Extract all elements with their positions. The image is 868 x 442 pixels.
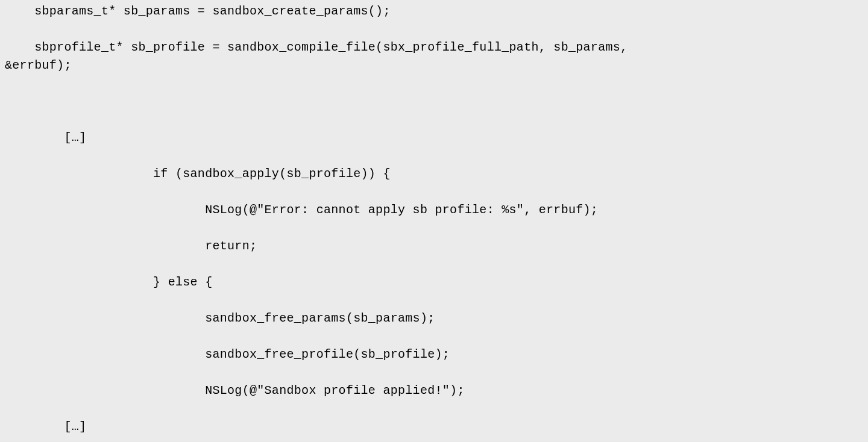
code-line: sandbox_free_params(sb_params); bbox=[5, 310, 863, 328]
code-line bbox=[5, 75, 863, 93]
code-line bbox=[5, 328, 863, 346]
code-line: if (sandbox_apply(sb_profile)) { bbox=[5, 165, 863, 183]
code-line bbox=[5, 219, 863, 237]
code-line: sbprofile_t* sb_profile = sandbox_compil… bbox=[5, 39, 863, 57]
code-line: } else { bbox=[5, 273, 863, 291]
code-line bbox=[5, 111, 863, 129]
code-line bbox=[5, 400, 863, 418]
code-line: NSLog(@"Error: cannot apply sb profile: … bbox=[5, 201, 863, 219]
code-line bbox=[5, 291, 863, 310]
code-line: […] bbox=[5, 129, 863, 147]
code-line: sbparams_t* sb_params = sandbox_create_p… bbox=[5, 2, 863, 20]
code-line bbox=[5, 93, 863, 111]
code-line bbox=[5, 20, 863, 39]
code-line: &errbuf); bbox=[5, 57, 863, 75]
code-line bbox=[5, 255, 863, 273]
code-line bbox=[5, 364, 863, 382]
code-line: sandbox_free_profile(sb_profile); bbox=[5, 346, 863, 364]
code-line bbox=[5, 183, 863, 201]
code-line: […] bbox=[5, 418, 863, 436]
code-snippet: sbparams_t* sb_params = sandbox_create_p… bbox=[5, 2, 863, 436]
code-line: NSLog(@"Sandbox profile applied!"); bbox=[5, 382, 863, 400]
code-line bbox=[5, 147, 863, 165]
code-line: return; bbox=[5, 237, 863, 255]
